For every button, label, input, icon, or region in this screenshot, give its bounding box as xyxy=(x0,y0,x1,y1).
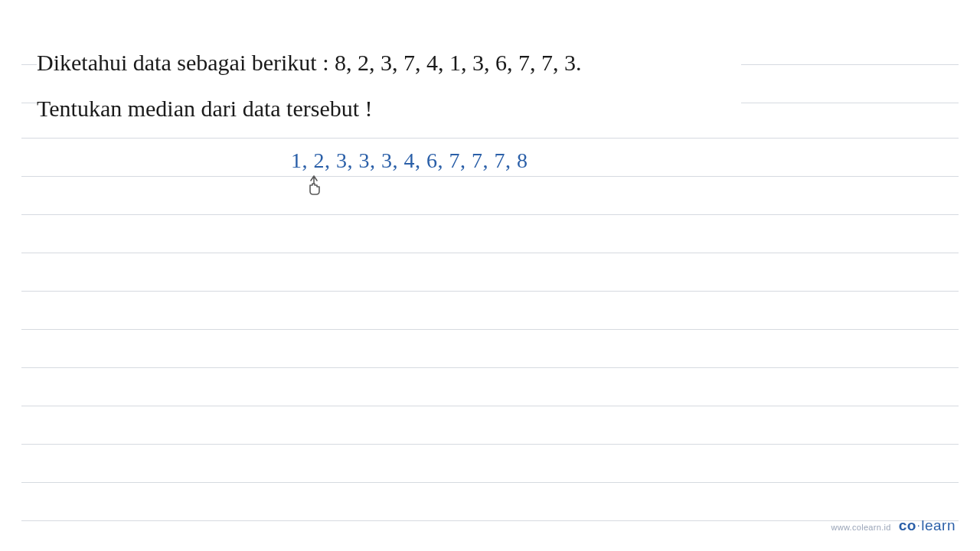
handwritten-sorted-data: 1, 2, 3, 3, 3, 4, 6, 7, 7, 7, 8 xyxy=(291,148,528,173)
ruled-line xyxy=(21,214,959,215)
question-line-1: Diketahui data sebagai berikut : 8, 2, 3… xyxy=(37,44,741,81)
question-line-2: Tentukan median dari data tersebut ! xyxy=(37,90,741,127)
ruled-line xyxy=(21,329,959,330)
watermark-logo: co·learn xyxy=(899,517,956,534)
ruled-line xyxy=(21,444,959,445)
logo-part-learn: learn xyxy=(921,517,956,533)
ruled-line xyxy=(21,253,959,253)
watermark: www.colearn.id co·learn xyxy=(831,517,956,534)
logo-part-co: co xyxy=(899,517,916,533)
pointer-cursor-icon xyxy=(305,174,323,196)
logo-dot: · xyxy=(916,519,921,531)
ruled-line xyxy=(21,367,959,368)
ruled-line xyxy=(21,176,959,177)
watermark-url: www.colearn.id xyxy=(831,523,890,532)
ruled-line xyxy=(21,406,959,406)
ruled-line xyxy=(21,482,959,483)
ruled-line xyxy=(21,138,959,139)
ruled-line xyxy=(21,291,959,292)
question-text-block: Diketahui data sebagai berikut : 8, 2, 3… xyxy=(37,44,741,127)
ruled-line xyxy=(21,520,959,521)
